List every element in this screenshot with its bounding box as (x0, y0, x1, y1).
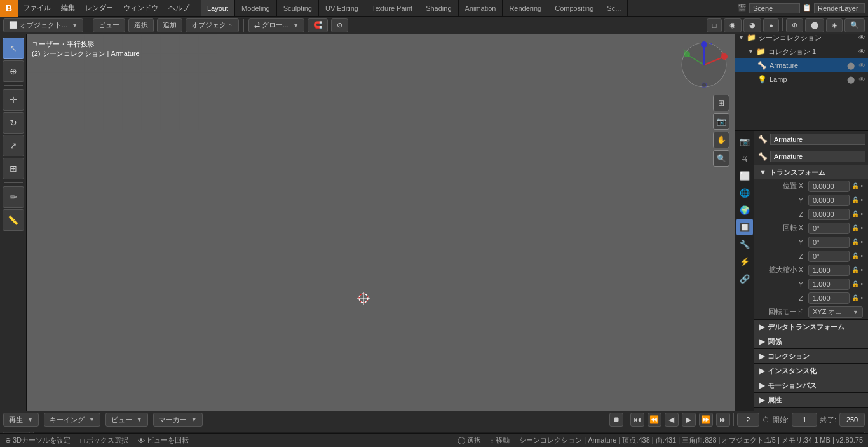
physics-icon[interactable]: 🔗 (736, 270, 753, 287)
lamp-eye-icon[interactable]: 👁 (858, 76, 865, 83)
step-forward-btn[interactable]: ⏩ (699, 413, 713, 427)
viewport-shading-solid[interactable]: ◉ (724, 18, 742, 32)
armature-eye-icon[interactable]: 👁 (858, 62, 865, 69)
menu-render[interactable]: レンダー (80, 0, 118, 16)
camera-view-btn[interactable]: 📷 (713, 113, 729, 130)
position-y-value[interactable]: 0.0000 (808, 195, 850, 206)
navigation-gizmo[interactable]: X Y Z (679, 39, 729, 90)
visibility-header[interactable]: ▶ 属性 (754, 393, 868, 407)
playback-dropdown[interactable]: 再生 ▼ (3, 413, 39, 427)
transform-section-header[interactable]: ▼ トランスフォーム (754, 165, 868, 179)
search-btn[interactable]: 🔍 (844, 18, 865, 32)
world-properties-icon[interactable]: 🌍 (736, 202, 753, 218)
move-tool[interactable]: ✛ (3, 89, 24, 111)
tab-layout[interactable]: Layout (201, 0, 235, 16)
render-layer-input[interactable] (814, 3, 865, 13)
tab-texture-paint[interactable]: Texture Paint (365, 0, 419, 16)
viewport-shading-wireframe[interactable]: □ (707, 18, 722, 32)
tab-uv-editing[interactable]: UV Editing (319, 0, 365, 16)
object-properties-icon[interactable]: 🔲 (736, 219, 753, 235)
keying-dropdown[interactable]: キーイング ▼ (44, 413, 100, 427)
rotation-y-lock[interactable]: 🔒 (851, 238, 859, 245)
scale-x-value[interactable]: 1.000 (808, 265, 850, 276)
step-back-btn[interactable]: ⏪ (648, 413, 661, 427)
add-menu[interactable]: 追加 (157, 18, 182, 32)
rotate-tool[interactable]: ↻ (3, 112, 24, 134)
scene-input[interactable] (749, 3, 800, 13)
play-btn[interactable]: ▶ (682, 413, 696, 427)
xray-btn[interactable]: ◈ (826, 18, 843, 32)
tab-scripting[interactable]: Sc... (600, 0, 628, 16)
hierarchy-collection-1[interactable]: ▼ 📁 コレクション 1 👁 (735, 45, 868, 58)
select-tool[interactable]: ↖ (3, 38, 24, 59)
transform-global[interactable]: ⇄ グロー... ▼ (248, 18, 304, 32)
viewport-shading-rendered[interactable]: ● (763, 18, 779, 32)
view-dropdown[interactable]: ビュー ▼ (105, 413, 148, 427)
transform-tool[interactable]: ⊞ (3, 158, 24, 179)
scene-properties-icon[interactable]: 🌐 (736, 184, 753, 201)
viewport-shading-material[interactable]: ◕ (743, 18, 761, 32)
tab-compositing[interactable]: Compositing (548, 0, 600, 16)
hierarchy-armature[interactable]: 🦴 Armature ⬤ 👁 (735, 58, 868, 72)
view-menu[interactable]: ビュー (93, 18, 125, 32)
position-z-value[interactable]: 0.0000 (808, 209, 850, 220)
instancing-header[interactable]: ▶ インスタンス化 (754, 364, 868, 378)
tab-shading[interactable]: Shading (419, 0, 458, 16)
play-back-btn[interactable]: ◀ (665, 413, 679, 427)
position-x-value[interactable]: 0.0000 (808, 181, 850, 192)
visibility-icon[interactable]: 👁 (858, 34, 865, 41)
position-y-lock[interactable]: 🔒 (851, 196, 859, 203)
jump-start-btn[interactable]: ⏮ (630, 413, 644, 427)
measure-tool[interactable]: 📏 (3, 209, 24, 231)
particles-icon[interactable]: ⚡ (736, 253, 753, 270)
tab-modeling[interactable]: Modeling (235, 0, 277, 16)
delta-transform-header[interactable]: ▶ デルタトランスフォーム (754, 320, 868, 334)
relations-header[interactable]: ▶ 関係 (754, 334, 868, 348)
collection-1-visibility[interactable]: 👁 (858, 48, 865, 55)
tab-animation[interactable]: Animation (459, 0, 503, 16)
rotation-x-lock[interactable]: 🔒 (851, 224, 859, 231)
grid-view-btn[interactable]: ⊞ (713, 95, 729, 111)
mode-selector[interactable]: ⬜ オブジェクト... ▼ (3, 18, 83, 32)
annotate-tool[interactable]: ✏ (3, 186, 24, 208)
lamp-select-icon[interactable]: ⬤ (847, 76, 855, 83)
rotation-y-value[interactable]: 0° (808, 237, 850, 248)
scale-tool[interactable]: ⤢ (3, 135, 24, 156)
menu-edit[interactable]: 編集 (56, 0, 80, 16)
armature-select-icon[interactable]: ⬤ (847, 62, 855, 69)
zoom-btn[interactable]: 🔍 (713, 150, 729, 167)
jump-end-btn[interactable]: ⏭ (716, 413, 730, 427)
tab-sculpting[interactable]: Sculpting (277, 0, 319, 16)
position-x-lock[interactable]: 🔒 (851, 182, 859, 189)
tab-rendering[interactable]: Rendering (503, 0, 548, 16)
gizmo-btn[interactable]: ⊕ (786, 18, 803, 32)
data-name-input[interactable] (770, 151, 865, 162)
modifier-properties-icon[interactable]: 🔧 (736, 236, 753, 252)
record-btn[interactable]: ⏺ (609, 413, 623, 427)
menu-file[interactable]: ファイル (18, 0, 56, 16)
scale-y-lock[interactable]: 🔒 (851, 280, 859, 287)
rotation-mode-dropdown[interactable]: XYZ オ... ▼ (808, 306, 863, 318)
menu-help[interactable]: ヘルプ (163, 0, 194, 16)
start-frame[interactable]: 1 (792, 413, 817, 427)
object-menu[interactable]: オブジェクト (186, 18, 239, 32)
select-menu[interactable]: 選択 (128, 18, 154, 32)
overlay-btn[interactable]: ⬤ (805, 18, 824, 32)
render-properties-icon[interactable]: 📷 (736, 133, 753, 149)
rotation-x-value[interactable]: 0° (808, 223, 850, 234)
rotation-z-value[interactable]: 0° (808, 251, 850, 262)
scale-z-lock[interactable]: 🔒 (851, 294, 859, 301)
scale-y-value[interactable]: 1.000 (808, 279, 850, 290)
rotation-z-lock[interactable]: 🔒 (851, 252, 859, 259)
pan-btn[interactable]: ✋ (713, 132, 729, 148)
menu-window[interactable]: ウィンドウ (118, 0, 163, 16)
position-z-lock[interactable]: 🔒 (851, 210, 859, 217)
snap-btn[interactable]: 🧲 (308, 18, 328, 32)
view-layer-icon[interactable]: ⬜ (736, 167, 753, 184)
collections-header[interactable]: ▶ コレクション (754, 349, 868, 363)
marker-dropdown[interactable]: マーカー ▼ (153, 413, 203, 427)
scale-x-lock[interactable]: 🔒 (851, 266, 859, 273)
main-viewport[interactable]: ユーザー・平行投影 (2) シーンコレクション | Armature X Y Z (27, 34, 735, 411)
cursor-tool[interactable]: ⊕ (3, 60, 24, 82)
scale-z-value[interactable]: 1.000 (808, 292, 850, 304)
